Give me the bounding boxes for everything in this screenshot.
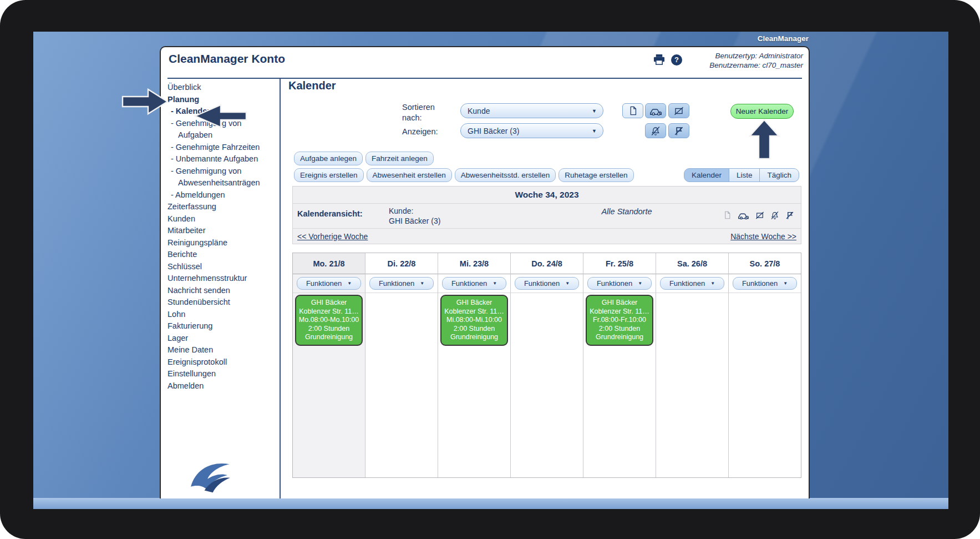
- day-column: Mi. 23/8Funktionen▼GHI BäckerKoblenzer S…: [438, 253, 511, 477]
- show-dropdown[interactable]: GHI Bäcker (3) ▼: [460, 123, 603, 138]
- week-navigation: << Vorherige Woche Nächste Woche >>: [293, 228, 801, 244]
- action-button[interactable]: Ruhetage erstellen: [558, 168, 633, 182]
- funktionen-button[interactable]: Funktionen▼: [297, 277, 361, 290]
- print-button[interactable]: [653, 54, 666, 66]
- view-tabs: KalenderListeTäglich: [684, 168, 799, 182]
- action-button[interactable]: Abwesenheit erstellen: [367, 168, 452, 182]
- sidebar-item[interactable]: Fakturierung: [167, 320, 263, 333]
- sidebar-item[interactable]: Stundenübersicht: [167, 296, 263, 309]
- day-column: Do. 24/8Funktionen▼: [511, 253, 583, 477]
- funktionen-button[interactable]: Funktionen▼: [442, 277, 506, 290]
- browser-brand-label: CleanManager: [688, 34, 809, 43]
- locations-label: Alle Standorte: [530, 206, 723, 216]
- calendar-panel: Woche 34, 2023 Kalenderansicht: Kunde: G…: [292, 186, 801, 244]
- sidebar-item[interactable]: - Abmeldungen: [167, 189, 263, 202]
- next-week-link[interactable]: Nächste Woche >>: [730, 232, 796, 241]
- view-tab[interactable]: Liste: [729, 168, 760, 182]
- sort-by-value: Kunde: [468, 107, 490, 115]
- day-cell: GHI BäckerKoblenzer Str. 11…Fr.08:00-Fr.…: [583, 293, 656, 477]
- day-cell: [656, 293, 728, 477]
- sidebar-item[interactable]: Reinigungspläne: [167, 237, 263, 249]
- action-button[interactable]: Abwesenheitsstd. erstellen: [455, 168, 556, 182]
- action-button[interactable]: Ereignis erstellen: [294, 168, 364, 182]
- sidebar-item[interactable]: Einstellungen: [167, 368, 263, 380]
- user-name: Benutzername: cl70_master: [687, 61, 803, 70]
- chevron-down-icon: ▼: [783, 281, 788, 286]
- view-tab[interactable]: Kalender: [684, 168, 729, 182]
- sidebar-item[interactable]: Zeiterfassung: [167, 201, 263, 213]
- desktop-bottom-strip: [33, 498, 948, 509]
- user-type: Benutzertyp: Administrator: [687, 51, 803, 61]
- sidebar-item[interactable]: Abmelden: [167, 380, 263, 392]
- sidebar-item[interactable]: - Unbemannte Aufgaben: [167, 153, 263, 165]
- drive-time-filter-button[interactable]: [645, 103, 666, 118]
- funktionen-button[interactable]: Funktionen▼: [733, 277, 797, 290]
- no-tasks-icon: [674, 106, 684, 116]
- car-icon: [738, 211, 749, 220]
- funktionen-button[interactable]: Funktionen▼: [369, 277, 434, 290]
- chevron-down-icon: ▼: [638, 281, 642, 286]
- sidebar-item[interactable]: Schlüssel: [167, 261, 263, 273]
- day-header: Sa. 26/8: [656, 253, 728, 274]
- car-icon: [649, 106, 662, 116]
- prev-week-link[interactable]: << Vorherige Woche: [297, 232, 368, 241]
- sidebar-item[interactable]: - Genehmigte Fahrzeiten: [167, 142, 263, 154]
- action-button[interactable]: Aufgabe anlegen: [294, 152, 363, 165]
- funktionen-button[interactable]: Funktionen▼: [587, 277, 652, 290]
- day-cell: GHI BäckerKoblenzer Str. 11…Mo.08:00-Mo.…: [293, 293, 365, 477]
- hide-events-filter-button[interactable]: [645, 123, 666, 138]
- sidebar-item[interactable]: Überblick: [167, 82, 263, 94]
- chevron-down-icon: ▼: [565, 281, 570, 286]
- chevron-down-icon: ▼: [592, 128, 597, 134]
- funktionen-button[interactable]: Funktionen▼: [515, 277, 579, 290]
- chevron-down-icon: ▼: [710, 281, 715, 286]
- annotation-arrow-kalender: [193, 103, 247, 129]
- funktionen-button[interactable]: Funktionen▼: [660, 277, 724, 290]
- hide-tasks-filter-button[interactable]: [668, 103, 689, 118]
- calendar-event[interactable]: GHI BäckerKoblenzer Str. 11…Fr.08:00-Fr.…: [586, 295, 653, 346]
- sidebar-item[interactable]: Lohn: [167, 309, 263, 321]
- day-header: Di. 22/8: [365, 253, 438, 274]
- section-heading: Kalender: [288, 79, 336, 92]
- day-function-cell: Funktionen▼: [365, 274, 438, 293]
- hide-absence-filter-button[interactable]: [668, 123, 689, 138]
- sort-by-dropdown[interactable]: Kunde ▼: [460, 103, 603, 118]
- sidebar-item[interactable]: Berichte: [167, 249, 263, 261]
- cleanmanager-logo: [183, 457, 236, 496]
- chevron-down-icon: ▼: [592, 108, 597, 114]
- annotation-arrow-planung: [121, 88, 169, 115]
- day-function-cell: Funktionen▼: [293, 274, 365, 293]
- chevron-down-icon: ▼: [420, 281, 424, 286]
- flag-off-icon: [785, 211, 794, 220]
- day-function-cell: Funktionen▼: [511, 274, 583, 293]
- sidebar-item[interactable]: Unternehmensstruktur: [167, 273, 263, 285]
- sidebar-item[interactable]: Kunden: [167, 213, 263, 225]
- no-tasks-icon: [755, 211, 764, 220]
- day-cell: [729, 293, 801, 477]
- day-column: Fr. 25/8Funktionen▼GHI BäckerKoblenzer S…: [583, 253, 656, 477]
- week-title: Woche 34, 2023: [293, 187, 801, 203]
- calendar-event[interactable]: GHI BäckerKoblenzer Str. 11…Mo.08:00-Mo.…: [295, 295, 363, 346]
- view-tab[interactable]: Täglich: [759, 168, 799, 182]
- sidebar-item[interactable]: Lager: [167, 333, 263, 345]
- day-cell: [365, 293, 438, 477]
- action-button[interactable]: Fahrzeit anlegen: [365, 152, 434, 165]
- sidebar-item[interactable]: Mitarbeiter: [167, 225, 263, 237]
- sidebar: ÜberblickPlanung- Kalender- Genehmigung …: [167, 79, 281, 498]
- day-header: Mi. 23/8: [438, 253, 510, 274]
- sidebar-item[interactable]: Ereignisprotokoll: [167, 356, 263, 369]
- screenshot-root: CleanManager CleanManager Konto ? Benutz…: [0, 0, 980, 539]
- sidebar-item[interactable]: Nachricht senden: [167, 285, 263, 297]
- help-icon[interactable]: ?: [671, 54, 682, 66]
- sidebar-item[interactable]: Meine Daten: [167, 344, 263, 356]
- day-function-cell: Funktionen▼: [583, 274, 656, 293]
- show-label: Anzeigen:: [402, 127, 469, 137]
- new-calendar-button[interactable]: Neuer Kalender: [730, 104, 794, 119]
- document-icon: [628, 105, 638, 116]
- calendar-event[interactable]: GHI BäckerKoblenzer Str. 11…Mi.08:00-Mi.…: [440, 295, 508, 346]
- bell-off-icon: [770, 211, 779, 220]
- view-status-icons: [723, 206, 796, 220]
- document-filter-button[interactable]: [622, 103, 643, 118]
- calendar-view-customer: Kunde: GHI Bäcker (3): [389, 206, 530, 226]
- sidebar-item[interactable]: - Genehmigung von Abwesenheitsanträgen: [167, 165, 263, 189]
